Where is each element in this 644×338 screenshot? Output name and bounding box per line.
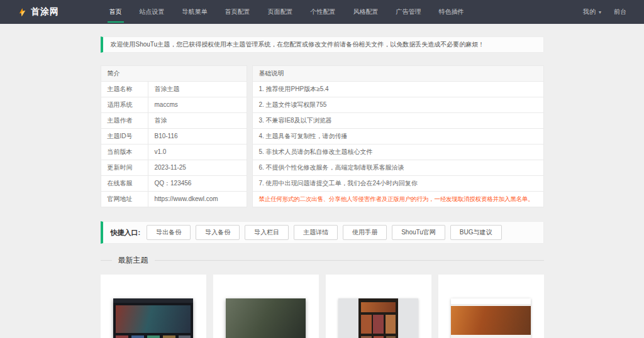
thumbnail-header-strip xyxy=(361,302,396,312)
navbar-right-item[interactable]: 前台 xyxy=(608,0,633,24)
welcome-banner: 欢迎使用ShouTu主题，您已获得授权使用本主题管理系统，在您配置或修改文件前请… xyxy=(101,36,544,53)
quick-entry: 快捷入口: 导出备份 导入备份 导入栏目 主题详情 使用手册 ShouTu官网 … xyxy=(101,221,544,244)
navbar-item-label: 个性配置 xyxy=(311,8,336,16)
navbar-item[interactable]: 站点设置 xyxy=(131,0,174,24)
table-row: 1. 推荐使用PHP版本≥5.4 xyxy=(252,82,543,97)
navbar-right-label: 前台 xyxy=(614,8,626,16)
info-row-text: 4. 主题具备可复制性，请勿传播 xyxy=(252,129,543,144)
quick-entry-buttons: 导出备份 导入备份 导入栏目 主题详情 使用手册 ShouTu官网 BUG与建议 xyxy=(147,225,501,240)
table-row: 7. 使用中出现问题请提交工单，我们会在24小时内回复你 xyxy=(252,176,543,192)
theme-thumbnail xyxy=(451,298,531,338)
table-row: 在线客服 QQ：123456 xyxy=(101,176,247,192)
table-row: 4. 主题具备可复制性，请勿传播 xyxy=(252,129,543,144)
navbar-item-label: 首页 xyxy=(109,8,122,16)
table-row: 2. 主题文件读写权限755 xyxy=(252,97,543,113)
logo[interactable]: 首涂网 xyxy=(18,0,59,24)
theme-card[interactable] xyxy=(438,275,544,338)
thumbnail-header-strip xyxy=(451,298,531,305)
theme-cards xyxy=(101,275,544,338)
row-label: 官网地址 xyxy=(101,192,148,207)
theme-thumbnail xyxy=(226,298,306,338)
info-table: 基础说明 1. 推荐使用PHP版本≥5.4 2. 主题文件读写权限755 3. … xyxy=(252,65,544,207)
navbar-item-label: 页面配置 xyxy=(268,8,293,16)
chevron-down-icon: ▾ xyxy=(599,9,601,15)
row-value: https://www.dkewl.com xyxy=(148,192,247,207)
quick-entry-button[interactable]: 导入备份 xyxy=(196,225,240,240)
navbar-item[interactable]: 个性配置 xyxy=(302,0,345,24)
row-value: QQ：123456 xyxy=(148,176,247,192)
latest-themes-title: 最新主题 xyxy=(112,255,155,266)
info-row-text: 1. 推荐使用PHP版本≥5.4 xyxy=(252,82,543,97)
table-row: 更新时间 2023-11-25 xyxy=(101,160,247,176)
table-row: 官网地址 https://www.dkewl.com xyxy=(101,192,247,207)
navbar: 首涂网 首页 站点设置 导航菜单 首页配置 页面配置 个性配置 xyxy=(0,0,644,24)
navbar-item[interactable]: 特色插件 xyxy=(430,0,473,24)
row-label: 适用系统 xyxy=(101,97,148,113)
thumbnail-header-strip xyxy=(113,298,193,303)
table-row: 禁止任何形式的二次出售、分享他人等侵害作者及正版用户的行为，一经发现取消授权资格… xyxy=(252,192,543,207)
latest-themes-section: 最新主题 xyxy=(101,255,544,266)
row-label: 更新时间 xyxy=(101,160,148,176)
quick-entry-button[interactable]: 使用手册 xyxy=(343,225,387,240)
info-row-text: 禁止任何形式的二次出售、分享他人等侵害作者及正版用户的行为，一经发现取消授权资格… xyxy=(252,192,543,207)
row-value: 首涂 xyxy=(148,113,247,129)
theme-card[interactable] xyxy=(213,275,319,338)
info-row-text: 3. 不兼容IE8及以下浏览器 xyxy=(252,113,543,129)
navbar-item-label: 风格配置 xyxy=(353,8,379,16)
navbar-item-label: 站点设置 xyxy=(140,8,165,16)
table-row: 当前版本 v1.0 xyxy=(101,144,247,160)
info-row-text: 2. 主题文件读写权限755 xyxy=(252,97,543,113)
navbar-right-item[interactable]: 我的 ▾ xyxy=(577,0,608,24)
table-row: 主题名称 首涂主题 xyxy=(101,82,247,97)
navbar-item-label: 导航菜单 xyxy=(182,8,208,16)
row-label: 主题名称 xyxy=(101,82,148,97)
navbar-item[interactable]: 风格配置 xyxy=(345,0,387,24)
row-value: 首涂主题 xyxy=(148,82,247,97)
navbar-item-label: 特色插件 xyxy=(439,8,464,16)
theme-card[interactable] xyxy=(101,275,206,338)
row-value: maccms xyxy=(148,97,247,113)
table-row: 主题作者 首涂 xyxy=(101,113,247,129)
thumbnail-hero-image xyxy=(361,315,396,334)
table-row: 主题ID号 B10-116 xyxy=(101,129,247,144)
navbar-right-label: 我的 xyxy=(583,8,596,16)
quick-entry-button[interactable]: BUG与建议 xyxy=(450,225,502,240)
table-row: 适用系统 maccms xyxy=(101,97,247,113)
thumbnail-hero-image xyxy=(451,306,531,335)
welcome-text: 欢迎使用ShouTu主题，您已获得授权使用本主题管理系统，在您配置或修改文件前请… xyxy=(111,41,485,48)
info-row-text: 7. 使用中出现问题请提交工单，我们会在24小时内回复你 xyxy=(252,176,543,192)
row-label: 在线客服 xyxy=(101,176,148,192)
row-label: 当前版本 xyxy=(101,144,148,160)
navbar-item[interactable]: 首页 xyxy=(101,0,131,24)
navbar-item[interactable]: 首页配置 xyxy=(216,0,259,24)
theme-card[interactable] xyxy=(326,275,431,338)
logo-icon xyxy=(18,8,27,17)
navbar-item[interactable]: 页面配置 xyxy=(259,0,302,24)
theme-thumbnail xyxy=(338,298,418,338)
thumbnail-hero-image xyxy=(226,298,306,338)
row-value: 2023-11-25 xyxy=(148,160,247,176)
navbar-item[interactable]: 导航菜单 xyxy=(174,0,216,24)
info-table-header: 基础说明 xyxy=(252,66,543,82)
intro-table: 简介 主题名称 首涂主题 适用系统 maccms 主题作 xyxy=(101,65,247,207)
logo-text: 首涂网 xyxy=(31,6,59,18)
row-label: 主题ID号 xyxy=(101,129,148,144)
quick-entry-button[interactable]: 导入栏目 xyxy=(245,225,289,240)
row-value: B10-116 xyxy=(148,129,247,144)
thumbnail-poster-row xyxy=(116,335,191,338)
row-label: 主题作者 xyxy=(101,113,148,129)
quick-entry-button[interactable]: 导出备份 xyxy=(147,225,191,240)
info-row-text: 5. 非技术人员请勿私自修改主题核心文件 xyxy=(252,144,543,160)
theme-thumbnail xyxy=(113,298,193,338)
navbar-menu: 首页 站点设置 导航菜单 首页配置 页面配置 个性配置 风格配置 xyxy=(101,0,544,24)
quick-entry-button[interactable]: ShouTu官网 xyxy=(392,225,445,240)
quick-entry-button[interactable]: 主题详情 xyxy=(294,225,338,240)
thumbnail-hero-image xyxy=(116,305,191,333)
navbar-item[interactable]: 广告管理 xyxy=(387,0,430,24)
intro-table-header: 简介 xyxy=(101,66,247,82)
quick-entry-label: 快捷入口: xyxy=(111,228,141,237)
row-value: v1.0 xyxy=(148,144,247,160)
tables-row: 简介 主题名称 首涂主题 适用系统 maccms 主题作 xyxy=(101,65,544,207)
main-content: 欢迎使用ShouTu主题，您已获得授权使用本主题管理系统，在您配置或修改文件前请… xyxy=(101,36,544,338)
table-row: 6. 不提供个性化修改服务，高端定制请联系客服洽谈 xyxy=(252,160,543,176)
